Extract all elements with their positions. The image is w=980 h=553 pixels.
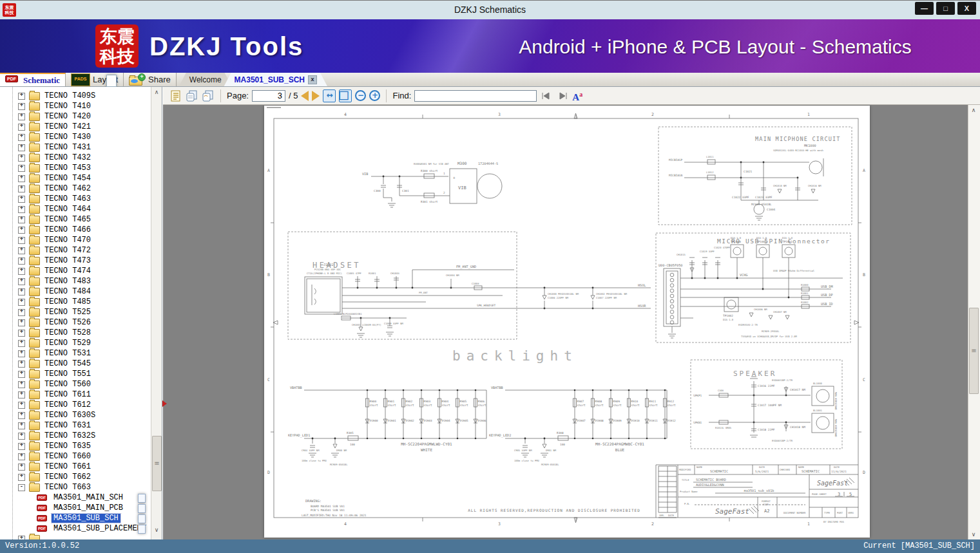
tree-folder-label[interactable]: TECNO T474 — [43, 267, 93, 276]
tree-folder-item[interactable]: TECNO T661 — [0, 462, 152, 472]
fit-width-icon[interactable]: ↔ — [323, 89, 336, 102]
tree-folder-item[interactable]: TECNO T551 — [0, 369, 152, 379]
tree-file-item[interactable]: PDF MA3501_SUB_SCH — [0, 513, 152, 523]
tree-folder-label[interactable]: TECNO T630S — [43, 411, 97, 420]
collapse-minus-icon[interactable] — [18, 484, 25, 491]
tree-folder-label[interactable]: TECNO T464 — [43, 205, 93, 214]
expand-plus-icon[interactable] — [18, 144, 25, 151]
expand-plus-icon[interactable] — [18, 433, 25, 440]
fit-page-icon[interactable]: ⃞ — [339, 89, 352, 102]
expand-plus-icon[interactable] — [18, 350, 25, 357]
expand-plus-icon[interactable] — [18, 391, 25, 398]
font-size-icon[interactable]: Aa — [572, 89, 582, 103]
next-page-icon[interactable] — [312, 91, 320, 101]
tree-folder-label[interactable]: TECNO T409S — [43, 91, 97, 100]
zoom-out-icon[interactable]: − — [355, 90, 366, 101]
close-button[interactable]: X — [957, 2, 976, 15]
expand-plus-icon[interactable] — [18, 268, 25, 275]
tree-folder-item[interactable]: TECNO T612 — [0, 400, 152, 410]
tree-folder-label[interactable]: TECNO T525 — [43, 308, 93, 317]
tree-folder-label[interactable]: TECNO T612 — [43, 400, 93, 409]
tree-folder-label[interactable]: TECNO T545 — [43, 359, 93, 368]
minimize-button[interactable]: — — [915, 2, 934, 15]
expand-plus-icon[interactable] — [18, 155, 25, 162]
maximize-button[interactable]: □ — [936, 2, 955, 15]
tree-folder-item[interactable]: TECNO T525 — [0, 307, 152, 317]
tree-file-item[interactable]: PDF MA3501_MAIN_PCB — [0, 503, 152, 513]
expand-plus-icon[interactable] — [18, 278, 25, 285]
tree-folder-item[interactable]: TECNO T470 — [0, 235, 152, 245]
tree-file-label[interactable]: MA3501_MAIN_SCH — [52, 493, 125, 502]
expand-plus-icon[interactable] — [18, 381, 25, 388]
tree-folder-item[interactable]: TECNO T472 — [0, 245, 152, 256]
tree-folder-item[interactable]: TECNO T545 — [0, 359, 152, 369]
tree-folder-label[interactable]: TECNO T470 — [43, 236, 93, 245]
tree-folder-label[interactable]: TECNO T560 — [43, 380, 93, 389]
tree-folder-item[interactable]: TECNO T430 — [0, 132, 152, 142]
tree-folder-item[interactable]: TECNO T528 — [0, 328, 152, 338]
expand-plus-icon[interactable] — [18, 422, 25, 429]
expand-plus-icon[interactable] — [18, 103, 25, 110]
doc-tab-welcome[interactable]: Welcome — [179, 73, 232, 86]
tree-folder-item[interactable]: TECNO T560 — [0, 379, 152, 389]
tree-folder-label[interactable]: TECNO T453 — [43, 164, 93, 173]
expand-plus-icon[interactable] — [18, 124, 25, 131]
page-number-input[interactable] — [252, 90, 285, 102]
expand-plus-icon[interactable] — [18, 371, 25, 378]
copy-page-icon[interactable] — [186, 89, 198, 102]
tree-folder-label[interactable]: TECNO T528 — [43, 328, 93, 337]
rotate-page-icon[interactable] — [202, 89, 215, 102]
sidebar-scrollbar[interactable]: ∧ ∨ — [151, 87, 162, 539]
tree-folder-label[interactable]: TECNO T473 — [43, 256, 93, 265]
expand-plus-icon[interactable] — [18, 361, 25, 368]
tree-folder-label[interactable]: TECNO T483 — [43, 277, 93, 286]
expand-plus-icon[interactable] — [18, 93, 25, 100]
expand-plus-icon[interactable] — [18, 237, 25, 244]
tree-folder-item[interactable]: TECNO T462 — [0, 183, 152, 194]
expand-plus-icon[interactable] — [18, 134, 25, 141]
tree-folder-label[interactable]: TECNO T631 — [43, 421, 93, 430]
expand-plus-icon[interactable] — [18, 258, 25, 265]
expand-plus-icon[interactable] — [18, 319, 25, 326]
close-tab-icon[interactable]: x — [308, 75, 317, 84]
tree-file-label[interactable]: MA3501_MAIN_PCB — [52, 503, 125, 512]
find-next-icon[interactable] — [556, 89, 569, 102]
expand-plus-icon[interactable] — [18, 288, 25, 295]
tree-file-label[interactable]: MA3501_SUB_SCH — [52, 514, 120, 523]
tree-folder-item-partial[interactable] — [0, 534, 152, 539]
tree-folder-item[interactable]: TECNO T454 — [0, 173, 152, 183]
tree-folder-label[interactable]: TECNO T430 — [43, 133, 93, 142]
tree-folder-item[interactable]: TECNO T485 — [0, 297, 152, 307]
scroll-down-icon[interactable]: ∨ — [151, 525, 162, 535]
tree-folder-label[interactable]: TECNO T432 — [43, 153, 93, 162]
tree-folder-item[interactable]: TECNO T635 — [0, 441, 152, 451]
tree-folder-item[interactable]: TECNO T632S — [0, 431, 152, 441]
expand-plus-icon[interactable] — [18, 299, 25, 306]
tree-folder-label[interactable]: TECNO T420 — [43, 112, 93, 121]
expand-plus-icon[interactable] — [18, 216, 25, 223]
tree-folder-item[interactable]: TECNO T420 — [0, 111, 152, 122]
tree-folder-label[interactable]: TECNO T485 — [43, 297, 93, 306]
scrollbar-thumb[interactable] — [152, 436, 162, 491]
tree-folder-item[interactable]: TECNO T531 — [0, 348, 152, 359]
expand-plus-icon[interactable] — [18, 206, 25, 213]
tree-folder-item[interactable]: TECNO T529 — [0, 338, 152, 348]
tree-folder-label[interactable]: TECNO T660 — [43, 452, 93, 461]
expand-plus-icon[interactable] — [18, 185, 25, 192]
expand-plus-icon[interactable] — [18, 474, 25, 481]
zoom-in-icon[interactable]: + — [369, 90, 380, 101]
tree-folder-item[interactable]: TECNO T466 — [0, 225, 152, 235]
tree-folder-item[interactable]: TECNO T464 — [0, 204, 152, 214]
tree-folder-label[interactable]: TECNO T611 — [43, 390, 93, 399]
tree-folder-item[interactable]: TECNO T453 — [0, 163, 152, 173]
tree-file-label[interactable]: MA3501_SUB_PLACEMENT — [52, 524, 148, 533]
tree-folder-item[interactable]: TECNO T432 — [0, 153, 152, 163]
expand-plus-icon[interactable] — [18, 196, 25, 203]
tree-folder-label[interactable]: TECNO T421 — [43, 122, 93, 131]
tree-folder-label[interactable]: TECNO T529 — [43, 339, 93, 348]
splitter-collapse-icon[interactable] — [162, 400, 167, 407]
viewer-scrollbar[interactable]: ∧ ∨ — [968, 105, 980, 539]
tree-folder-label[interactable]: TECNO T526 — [43, 318, 93, 327]
properties-icon[interactable] — [169, 89, 182, 102]
schematic-viewer[interactable]: 4 3 2 1 4 3 2 1 A B C D A B C D VIB C300… — [163, 105, 980, 539]
